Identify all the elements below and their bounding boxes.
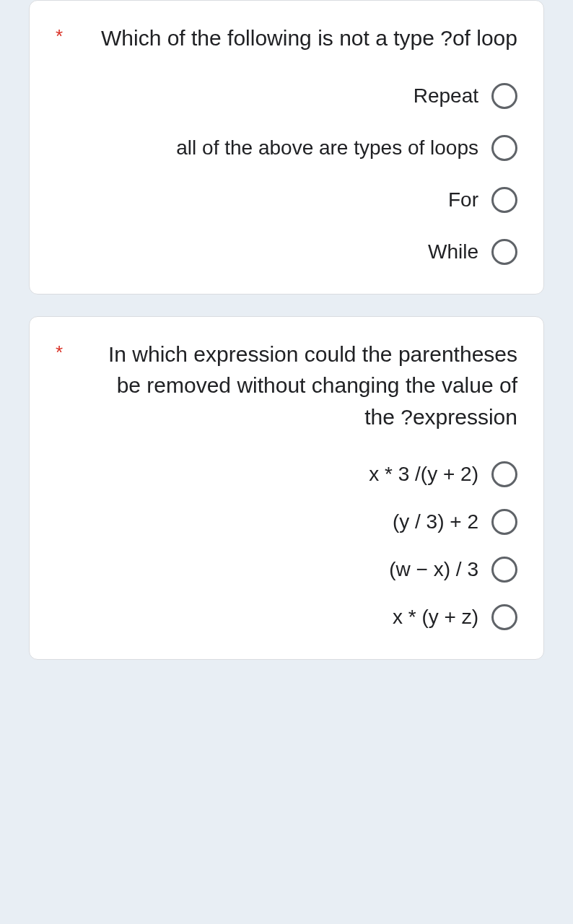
options-group: x * 3 /(y + 2) (y / 3) + 2 (w − x) / 3 x… — [56, 461, 517, 630]
question-text: Which of the following is not a type ?of… — [83, 22, 517, 54]
radio-icon[interactable] — [491, 135, 517, 161]
question-card-2: * In which expression could the parenthe… — [29, 316, 544, 661]
radio-icon[interactable] — [491, 461, 517, 487]
required-asterisk: * — [56, 25, 63, 48]
required-asterisk: * — [56, 341, 63, 364]
radio-icon[interactable] — [491, 239, 517, 265]
option-label: x * (y + z) — [393, 606, 478, 629]
option-row[interactable]: x * (y + z) — [56, 604, 517, 630]
option-label: (y / 3) + 2 — [393, 510, 478, 533]
option-row[interactable]: (w − x) / 3 — [56, 557, 517, 583]
radio-icon[interactable] — [491, 509, 517, 535]
option-row[interactable]: (y / 3) + 2 — [56, 509, 517, 535]
question-card-1: * Which of the following is not a type ?… — [29, 0, 544, 295]
radio-icon[interactable] — [491, 83, 517, 109]
option-label: For — [448, 188, 478, 212]
option-label: all of the above are types of loops — [176, 136, 478, 160]
question-text: In which expression could the parenthese… — [83, 339, 517, 433]
radio-icon[interactable] — [491, 604, 517, 630]
option-label: While — [428, 240, 478, 263]
option-label: x * 3 /(y + 2) — [369, 463, 478, 486]
question-header: * In which expression could the parenthe… — [56, 339, 517, 433]
radio-icon[interactable] — [491, 187, 517, 213]
option-label: (w − x) / 3 — [389, 558, 478, 581]
option-row[interactable]: x * 3 /(y + 2) — [56, 461, 517, 487]
option-row[interactable]: While — [56, 239, 517, 265]
radio-icon[interactable] — [491, 557, 517, 583]
option-row[interactable]: For — [56, 187, 517, 213]
option-label: Repeat — [414, 84, 478, 108]
options-group: Repeat all of the above are types of loo… — [56, 83, 517, 265]
option-row[interactable]: all of the above are types of loops — [56, 135, 517, 161]
option-row[interactable]: Repeat — [56, 83, 517, 109]
question-header: * Which of the following is not a type ?… — [56, 22, 517, 54]
